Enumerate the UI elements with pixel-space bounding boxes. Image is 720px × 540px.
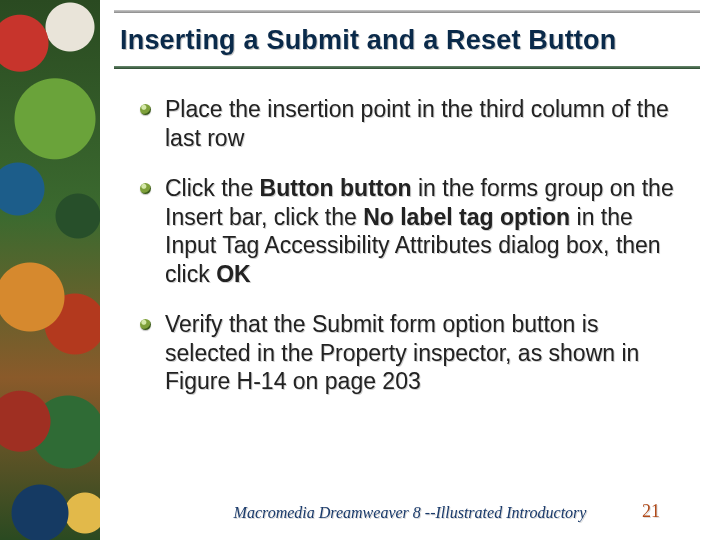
footer-text: Macromedia Dreamweaver 8 --Illustrated I…: [100, 504, 720, 522]
slide: Inserting a Submit and a Reset Button Pl…: [0, 0, 720, 540]
list-item: Place the insertion point in the third c…: [140, 95, 690, 152]
bullet-icon: [140, 104, 151, 115]
bold-run: OK: [216, 261, 251, 287]
text-run: Place the insertion point in the third c…: [165, 96, 669, 151]
abstract-paint-icon: [0, 0, 100, 540]
bullet-text: Verify that the Submit form option butto…: [165, 310, 690, 396]
bold-run: No label tag option: [363, 204, 570, 230]
footer: Macromedia Dreamweaver 8 --Illustrated I…: [100, 504, 720, 522]
bullet-icon: [140, 319, 151, 330]
list-item: Verify that the Submit form option butto…: [140, 310, 690, 396]
text-run: Verify that the Submit form option butto…: [165, 311, 639, 394]
slide-title: Inserting a Submit and a Reset Button: [114, 13, 700, 66]
page-number: 21: [642, 501, 660, 522]
bullet-icon: [140, 183, 151, 194]
title-bar: Inserting a Submit and a Reset Button: [114, 10, 700, 69]
content-area: Inserting a Submit and a Reset Button Pl…: [100, 0, 720, 540]
bullet-text: Place the insertion point in the third c…: [165, 95, 690, 152]
decorative-sidebar: [0, 0, 100, 540]
text-run: Click the: [165, 175, 260, 201]
divider-bottom: [114, 66, 700, 69]
bullet-text: Click the Button button in the forms gro…: [165, 174, 690, 288]
list-item: Click the Button button in the forms gro…: [140, 174, 690, 288]
bold-run: Button button: [260, 175, 412, 201]
bullet-list: Place the insertion point in the third c…: [114, 95, 700, 396]
